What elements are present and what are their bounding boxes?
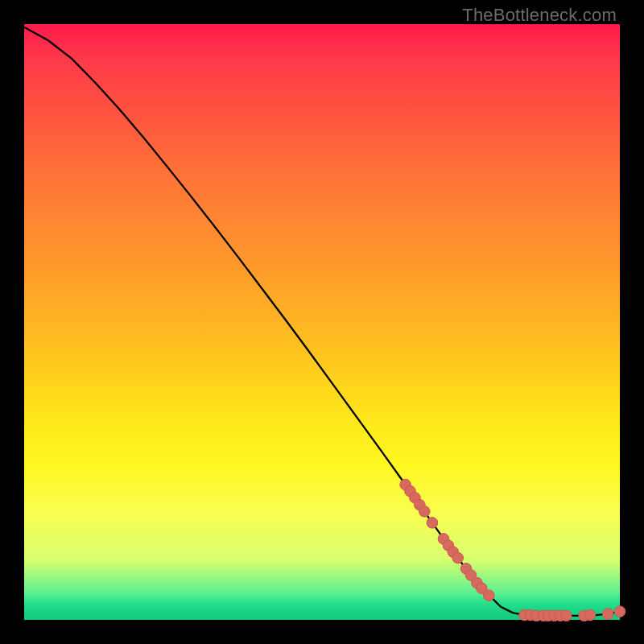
curve-svg: [24, 24, 620, 620]
data-marker: [427, 518, 438, 529]
curve-markers: [400, 479, 625, 621]
chart-stage: TheBottleneck.com: [0, 0, 644, 644]
data-marker: [419, 506, 430, 518]
data-marker: [452, 552, 464, 564]
plot-area: [24, 24, 620, 620]
data-marker: [483, 590, 494, 601]
bottleneck-curve: [24, 27, 620, 616]
data-marker: [614, 606, 625, 617]
watermark-text: TheBottleneck.com: [462, 5, 617, 26]
data-marker: [584, 609, 596, 621]
data-marker: [602, 609, 613, 620]
data-marker: [561, 610, 572, 621]
